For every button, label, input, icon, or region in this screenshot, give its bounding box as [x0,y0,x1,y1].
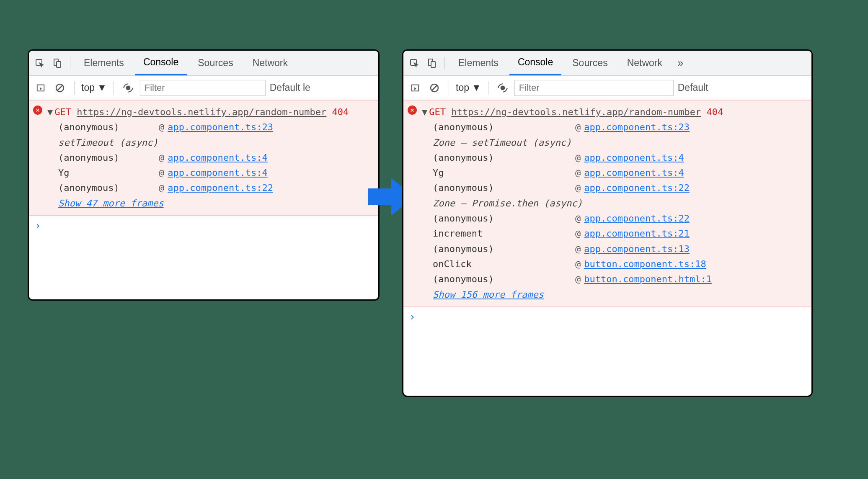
stack-frame: (anonymous)@app.component.ts:23 [422,120,807,135]
at-symbol: @ [159,180,164,196]
frame-function: (anonymous) [58,120,159,135]
http-status: 404 [332,107,349,117]
stack-frame: (anonymous)@app.component.ts:22 [422,180,807,196]
inspect-icon[interactable] [407,56,422,71]
frame-function: Yg [58,165,159,180]
tab-console[interactable]: Console [509,51,561,75]
context-selector[interactable]: top ▼ [81,82,107,93]
svg-rect-2 [57,62,61,67]
frame-function: (anonymous) [433,211,575,226]
source-link[interactable]: button.component.ts:18 [584,257,706,272]
frame-function: (anonymous) [433,272,575,287]
sidebar-toggle-icon[interactable] [33,80,48,95]
frame-function: (anonymous) [433,120,575,135]
source-link[interactable]: app.component.ts:4 [168,150,267,165]
filter-input[interactable] [140,80,266,96]
at-symbol: @ [159,120,164,135]
tab-bar: Elements Console Sources Network » [403,51,811,76]
error-message: ✕ ▼GET https://ng-devtools.netlify.app/r… [29,100,378,216]
at-symbol: @ [575,180,581,196]
tab-bar: Elements Console Sources Network [29,51,378,76]
error-header[interactable]: ▼GET https://ng-devtools.netlify.app/ran… [422,105,807,120]
console-toolbar: top ▼ Default [403,76,811,100]
stack-frame: (anonymous)@app.component.ts:4 [47,150,374,165]
console-toolbar: top ▼ Default le [29,76,378,100]
source-link[interactable]: app.component.ts:22 [584,180,690,196]
frame-function: (anonymous) [433,150,575,165]
frame-function: (anonymous) [58,150,159,165]
separator [70,57,70,70]
context-label: top [456,82,469,93]
error-header[interactable]: ▼GET https://ng-devtools.netlify.app/ran… [47,105,374,120]
error-icon: ✕ [33,106,42,115]
tab-elements[interactable]: Elements [450,51,507,75]
chevron-down-icon: ▼ [97,82,107,93]
filter-input[interactable] [514,80,674,96]
stack-frame: (anonymous)@app.component.ts:13 [422,242,807,257]
at-symbol: @ [575,211,581,226]
console-body: ✕ ▼GET https://ng-devtools.netlify.app/r… [403,100,811,327]
request-url[interactable]: https://ng-devtools.netlify.app/random-n… [451,107,701,117]
tab-sources[interactable]: Sources [189,51,241,75]
source-link[interactable]: app.component.ts:22 [584,211,690,226]
svg-line-5 [57,85,62,90]
disclosure-triangle-icon[interactable]: ▼ [47,107,53,117]
clear-console-icon[interactable] [52,80,67,95]
source-link[interactable]: app.component.ts:23 [168,120,273,135]
live-expression-icon[interactable] [495,80,510,95]
stack-frame: (anonymous)@app.component.ts:23 [47,120,374,135]
frame-function: Yg [433,165,575,180]
stack-frame: (anonymous)@button.component.html:1 [422,272,807,287]
show-more-frames[interactable]: Show 156 more frames [422,287,807,302]
inspect-icon[interactable] [32,56,47,71]
source-link[interactable]: app.component.ts:21 [584,226,690,241]
svg-point-13 [500,85,505,90]
console-prompt[interactable]: › [29,216,378,236]
source-link[interactable]: app.component.ts:23 [584,120,690,135]
stack-frame: Yg@app.component.ts:4 [47,165,374,180]
http-method: GET [54,107,71,117]
tab-elements[interactable]: Elements [75,51,132,75]
stack-frame: onClick@button.component.ts:18 [422,257,807,272]
disclosure-triangle-icon[interactable]: ▼ [422,107,427,117]
context-selector[interactable]: top ▼ [456,82,481,93]
http-status: 404 [707,107,723,117]
source-link[interactable]: app.component.ts:22 [168,180,273,196]
source-link[interactable]: button.component.html:1 [584,272,712,287]
separator [444,57,445,70]
device-toggle-icon[interactable] [424,56,439,71]
stack-frame: (anonymous)@app.component.ts:22 [47,180,374,196]
at-symbol: @ [575,257,581,272]
stack-frame: (anonymous)@app.component.ts:4 [422,150,807,165]
live-expression-icon[interactable] [121,80,136,95]
clear-console-icon[interactable] [427,80,442,95]
source-link[interactable]: app.component.ts:13 [584,242,690,257]
at-symbol: @ [575,242,581,257]
source-link[interactable]: app.component.ts:4 [584,165,684,180]
log-levels[interactable]: Default [678,82,708,93]
show-more-frames[interactable]: Show 47 more frames [47,196,374,211]
tab-network[interactable]: Network [619,51,671,75]
async-boundary: Zone — setTimeout (async) [422,135,807,150]
log-levels[interactable]: Default le [270,82,310,93]
svg-line-12 [432,85,437,90]
device-toggle-icon[interactable] [50,56,65,71]
frame-function: onClick [433,257,575,272]
more-tabs[interactable]: » [673,57,687,70]
source-link[interactable]: app.component.ts:4 [584,150,684,165]
at-symbol: @ [575,272,581,287]
tab-network[interactable]: Network [244,51,296,75]
svg-rect-9 [431,62,435,67]
tab-console[interactable]: Console [135,51,187,75]
source-link[interactable]: app.component.ts:4 [168,165,267,180]
async-boundary: Zone — Promise.then (async) [422,196,807,211]
stack-frame: (anonymous)@app.component.ts:22 [422,211,807,226]
at-symbol: @ [575,165,581,180]
console-body: ✕ ▼GET https://ng-devtools.netlify.app/r… [29,100,378,236]
sidebar-toggle-icon[interactable] [408,80,423,95]
console-prompt[interactable]: › [403,307,811,327]
chevron-down-icon: ▼ [472,82,481,93]
separator [488,81,488,95]
request-url[interactable]: https://ng-devtools.netlify.app/random-n… [77,107,326,117]
tab-sources[interactable]: Sources [564,51,616,75]
